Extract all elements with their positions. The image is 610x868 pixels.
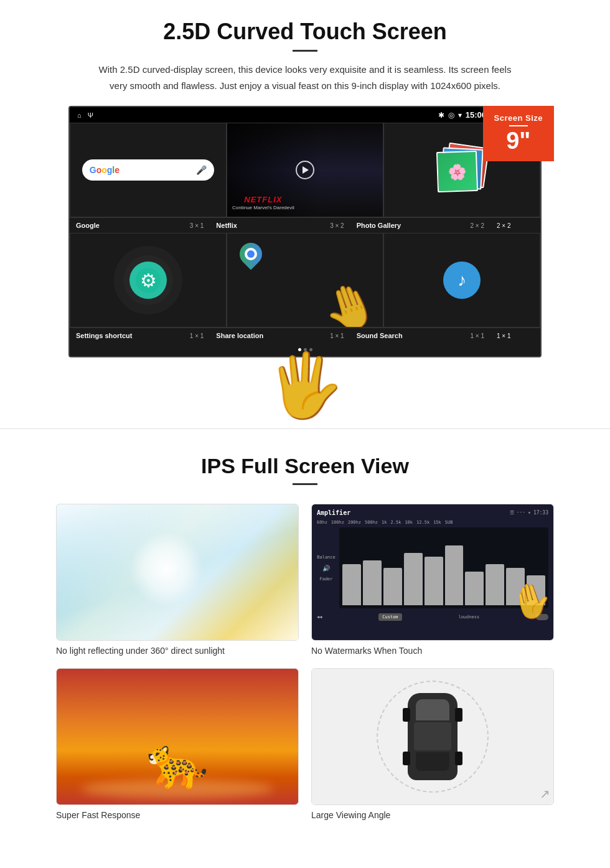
- curved-screen-title: 2.5D Curved Touch Screen: [37, 19, 573, 45]
- features-grid: No light reflecting under 360° direct su…: [37, 504, 573, 820]
- ips-section: IPS Full Screen View No light reflecting…: [0, 428, 610, 833]
- sound-search-icon: ♪: [443, 262, 481, 299]
- photo-gallery-label: Photo Gallery 2 × 2: [350, 217, 490, 233]
- amplifier-image: Amplifier ☰ ··· ▾ 17:33 60hz100hz200hz50…: [312, 504, 553, 640]
- google-app-size: 3 × 1: [190, 222, 204, 229]
- google-app-name: Google: [76, 222, 100, 229]
- mic-icon: 🎤: [196, 165, 207, 175]
- sunlight-caption: No light reflecting under 360° direct su…: [56, 646, 299, 656]
- badge-label: Screen Size: [494, 113, 543, 123]
- car-windshield: [416, 699, 449, 720]
- sound-search-label: Sound Search 1 × 1: [350, 328, 490, 343]
- home-icon: ⌂: [77, 111, 82, 119]
- amp-header: Amplifier ☰ ··· ▾ 17:33: [317, 509, 548, 516]
- amp-labels: Balance 🔊 Fader: [317, 555, 336, 582]
- badge-size: 9": [494, 129, 543, 153]
- photo-card-3: 🌸: [436, 151, 478, 192]
- photo-gallery-app-size: 2 × 2: [470, 222, 484, 229]
- cheetah-caption: Super Fast Response: [56, 810, 299, 820]
- google-cell-inner: Google 🎤: [70, 123, 226, 217]
- app-labels-row1: Google 3 × 1 Netflix 3 × 2 Photo Gallery…: [70, 217, 540, 233]
- car-rear: [416, 752, 449, 771]
- loudness-label: loudness: [458, 615, 479, 620]
- curved-screen-section: 2.5D Curved Touch Screen With 2.5D curve…: [0, 0, 610, 428]
- amp-back-icon: ◀◀: [317, 615, 322, 620]
- usb-icon: Ψ: [88, 111, 93, 119]
- sunlight-image-wrapper: [56, 504, 299, 641]
- music-note-icon: ♪: [458, 270, 466, 290]
- car-wheel-fr: [455, 708, 462, 722]
- custom-button: Custom: [378, 613, 401, 621]
- eq-bar-0: [342, 531, 361, 605]
- title-divider: [293, 50, 317, 52]
- google-search-bar[interactable]: Google 🎤: [82, 159, 215, 181]
- ips-title: IPS Full Screen View: [37, 454, 573, 478]
- grid-size-label: 2 × 2: [497, 222, 511, 229]
- curved-screen-description: With 2.5D curved-display screen, this de…: [93, 62, 517, 93]
- status-bar: ⌂ Ψ ✱ ◎ ▾ 15:06 📷 🔊 ⊠ ▭: [70, 107, 540, 123]
- netflix-app-name: Netflix: [216, 222, 237, 229]
- amp-dots-icon: ···: [517, 510, 525, 516]
- fader-label: Fader: [317, 577, 336, 582]
- share-cell-inner: 🤚: [227, 234, 383, 327]
- share-location-cell[interactable]: 🤚: [227, 233, 383, 328]
- settings-cell-inner: ⚙: [70, 234, 226, 327]
- sound-search-app-name: Sound Search: [357, 332, 403, 339]
- eq-bar-4: [425, 531, 443, 605]
- settings-app-name: Settings shortcut: [76, 332, 132, 339]
- eq-freq-labels: 60hz100hz200hz500hz1k2.5k10k12.5k15kSUB: [317, 520, 548, 525]
- eq-bar-3: [404, 531, 423, 605]
- netflix-app-cell[interactable]: NETFLIX Continue Marvel's Daredevil: [227, 123, 383, 217]
- settings-label: Settings shortcut 1 × 1: [70, 328, 210, 343]
- ips-title-divider: [293, 483, 317, 485]
- feature-sunlight: No light reflecting under 360° direct su…: [56, 504, 299, 656]
- hand-pointing-icon: 🤚: [316, 275, 383, 327]
- car-caption: Large Viewing Angle: [311, 810, 554, 820]
- share-location-app-size: 1 × 1: [330, 333, 344, 339]
- amplifier-caption: No Watermarks When Touch: [311, 646, 554, 656]
- car-wheel-fl: [403, 708, 410, 722]
- car-image: ↗: [312, 669, 553, 804]
- amplifier-image-wrapper: Amplifier ☰ ··· ▾ 17:33 60hz100hz200hz50…: [311, 504, 554, 641]
- netflix-label: NETFLIX Continue Marvel's Daredevil: [232, 196, 294, 210]
- netflix-label-row: Netflix 3 × 2: [210, 217, 350, 233]
- flower-icon: 🌸: [448, 163, 467, 181]
- play-button[interactable]: [296, 161, 314, 179]
- amp-menu-icon: ☰: [510, 510, 514, 516]
- play-triangle: [303, 166, 309, 174]
- photo-stack: 🌸: [437, 145, 487, 195]
- settings-app-cell[interactable]: ⚙: [70, 233, 227, 328]
- netflix-app-size: 3 × 2: [330, 222, 344, 229]
- eq-bar-2: [383, 531, 402, 605]
- eq-bar-7: [486, 531, 504, 605]
- google-logo: Google: [90, 165, 120, 175]
- netflix-cell-inner: NETFLIX Continue Marvel's Daredevil: [227, 123, 383, 217]
- balance-label: Balance: [317, 555, 336, 560]
- google-app-cell[interactable]: Google 🎤: [70, 123, 227, 217]
- empty-label-2: 1 × 1: [490, 328, 540, 343]
- badge-divider: [509, 125, 528, 126]
- google-label: Google 3 × 1: [70, 217, 210, 233]
- sunlight-image: [57, 504, 298, 640]
- feature-cheetah: 🐆 Super Fast Response: [56, 668, 299, 820]
- eq-bar-6: [465, 531, 484, 605]
- car-wheel-rr: [455, 752, 462, 765]
- car-wheel-rl: [403, 752, 410, 765]
- amp-wifi-icon: ▾: [528, 510, 531, 516]
- car-roof: [414, 722, 451, 750]
- screen-mockup: Screen Size 9" ⌂ Ψ ✱ ◎ ▾ 15:06 📷 🔊: [62, 106, 548, 357]
- status-bar-left: ⌂ Ψ: [77, 111, 93, 119]
- sunlight-glare: [129, 532, 204, 606]
- app-labels-row2: Settings shortcut 1 × 1 Share location 1…: [70, 328, 540, 343]
- sound-search-cell[interactable]: ♪: [383, 233, 540, 328]
- netflix-subtitle: Continue Marvel's Daredevil: [232, 205, 294, 210]
- share-location-app-name: Share location: [216, 332, 263, 339]
- amp-title: Amplifier: [317, 509, 350, 516]
- cheetah-icon: 🐆: [146, 734, 209, 792]
- share-location-label: Share location 1 × 1: [210, 328, 350, 343]
- feature-car: ↗ Large Viewing Angle: [311, 668, 554, 820]
- arrow-indicator: ↗: [540, 786, 550, 801]
- photo-gallery-app-name: Photo Gallery: [357, 222, 401, 229]
- empty-label: 2 × 2: [490, 217, 540, 233]
- android-screen: ⌂ Ψ ✱ ◎ ▾ 15:06 📷 🔊 ⊠ ▭: [68, 106, 542, 357]
